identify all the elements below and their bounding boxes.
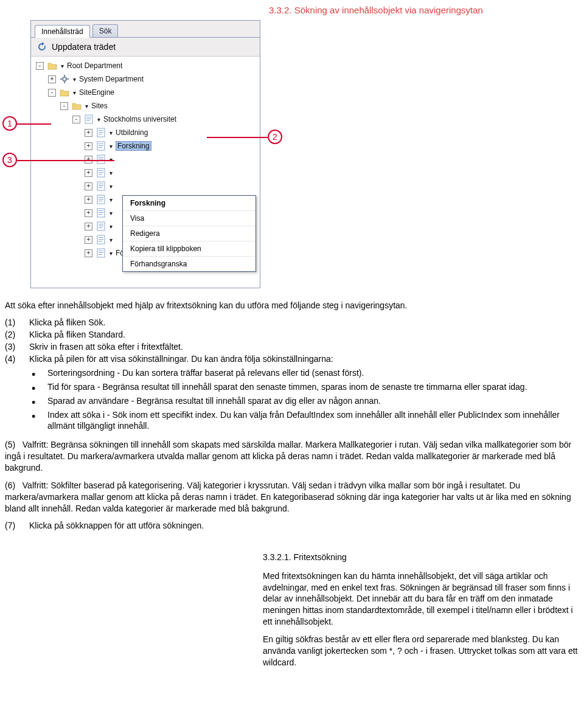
tree-expander[interactable]: + [85, 169, 92, 177]
step-6-text: Valfritt: Sökfilter baserad på kategoris… [5, 480, 571, 513]
chevron-down-icon[interactable]: ▾ [109, 250, 113, 257]
svg-rect-26 [99, 184, 103, 184]
tree-expander[interactable]: + [85, 249, 92, 257]
context-menu-view[interactable]: Visa [123, 211, 255, 226]
page-icon [96, 168, 106, 178]
svg-rect-14 [99, 144, 103, 144]
subsection: 3.3.2.1. Fritextsökning Med fritextsökni… [263, 552, 578, 668]
tree-node[interactable]: -▾Sites [33, 99, 260, 113]
step-6-num: (6) [5, 480, 15, 490]
callout-2: 2 [268, 130, 282, 144]
svg-rect-10 [99, 130, 103, 131]
svg-rect-31 [99, 199, 103, 199]
svg-rect-8 [86, 120, 90, 121]
svg-rect-7 [86, 119, 91, 119]
bullet-item: Sparad av användare - Begränsa resultat … [28, 395, 579, 407]
tree-expander[interactable]: - [60, 102, 68, 110]
tree-expander[interactable]: - [72, 116, 80, 123]
folder-icon [59, 88, 70, 97]
tree-node-label: Forskning [116, 141, 151, 151]
step-3-text: Skriv in frasen att söka efter i fritext… [29, 342, 579, 352]
step-5-num: (5) [5, 440, 15, 449]
chevron-down-icon[interactable]: ▾ [109, 143, 113, 150]
tree-expander[interactable]: - [36, 62, 44, 70]
chevron-down-icon[interactable]: ▾ [109, 223, 113, 230]
page-icon [83, 114, 94, 124]
tree-expander[interactable]: + [85, 142, 92, 150]
svg-rect-38 [99, 224, 103, 224]
context-menu-copy[interactable]: Kopiera till klippboken [123, 241, 255, 257]
tree-expander[interactable]: + [85, 156, 92, 164]
tree-node[interactable]: +▾Forskning [33, 139, 260, 153]
step-7: (7) Klicka på sökknappen för att utföra … [5, 521, 579, 530]
chevron-down-icon[interactable]: ▾ [109, 183, 113, 190]
page-icon [96, 154, 106, 164]
svg-rect-34 [99, 210, 103, 211]
step-4-text: Klicka på pilen för att visa sökinställn… [29, 354, 579, 364]
page-icon [96, 181, 106, 191]
tab-search[interactable]: Sök [92, 24, 119, 37]
chevron-down-icon[interactable]: ▾ [109, 156, 113, 163]
svg-rect-24 [99, 174, 102, 175]
chevron-down-icon[interactable]: ▾ [109, 196, 113, 203]
chevron-down-icon[interactable]: ▾ [109, 210, 113, 217]
tree-node[interactable]: -▾Stockholms universitet [33, 113, 260, 126]
subsection-p2: En giltig sökfras består av ett eller fl… [263, 634, 578, 668]
tree-expander[interactable]: + [85, 196, 92, 204]
tree-node[interactable]: +▾ [33, 166, 260, 179]
step-4: (4) Klicka på pilen för att visa sökinst… [5, 354, 579, 364]
step-2: (2) Klicka på fliken Standard. [5, 330, 579, 339]
chevron-down-icon[interactable]: ▾ [61, 63, 64, 69]
svg-rect-28 [99, 187, 102, 188]
tree-expander[interactable]: + [48, 75, 56, 83]
step-3: (3) Skriv in frasen att söka efter i fri… [5, 342, 579, 352]
tab-content-tree[interactable]: Innehållsträd [35, 25, 90, 38]
tree-view[interactable]: -▾Root Department+▾System Department-▾Si… [31, 57, 260, 288]
tree-node[interactable]: +▾System Department [33, 72, 260, 86]
context-menu-edit[interactable]: Redigera [123, 226, 255, 241]
tree-expander[interactable]: + [85, 236, 92, 244]
step-6: (6) Valfritt: Sökfilter baserad på kateg… [5, 480, 579, 515]
chevron-down-icon[interactable]: ▾ [73, 89, 76, 96]
tree-expander[interactable]: - [48, 89, 56, 97]
chevron-down-icon[interactable]: ▾ [109, 130, 113, 136]
svg-rect-18 [99, 157, 103, 158]
tab-bar: Innehållsträd Sök [31, 21, 260, 38]
chevron-down-icon[interactable]: ▾ [97, 116, 100, 123]
tree-node[interactable]: +▾ [33, 179, 260, 193]
tree-expander[interactable]: + [85, 182, 92, 190]
svg-rect-15 [99, 145, 103, 146]
callout-1: 1 [2, 116, 17, 131]
svg-rect-27 [99, 185, 103, 186]
callout-3-line [17, 160, 114, 161]
nav-panel: Innehållsträd Sök Uppdatera trädet -▾Roo… [30, 20, 260, 288]
chevron-down-icon[interactable]: ▾ [85, 103, 88, 109]
refresh-tree-button[interactable]: Uppdatera trädet [31, 38, 260, 57]
chevron-down-icon[interactable]: ▾ [109, 237, 113, 243]
step-7-num: (7) [5, 521, 29, 530]
step-2-text: Klicka på fliken Standard. [29, 330, 579, 339]
folder-icon [47, 61, 58, 71]
page-icon [96, 235, 106, 244]
refresh-icon [36, 41, 48, 53]
svg-rect-35 [99, 212, 103, 213]
chevron-down-icon[interactable]: ▾ [109, 170, 113, 176]
svg-rect-23 [99, 172, 103, 173]
svg-rect-12 [99, 134, 102, 134]
tree-expander[interactable]: + [85, 129, 92, 137]
step-5: (5) Valfritt: Begränsa sökningen till in… [5, 439, 579, 474]
svg-rect-43 [99, 239, 103, 240]
svg-rect-16 [99, 147, 102, 148]
context-menu-preview[interactable]: Förhandsgranska [123, 257, 255, 271]
chevron-down-icon[interactable]: ▾ [73, 76, 76, 83]
svg-rect-44 [99, 241, 102, 241]
subsection-title: 3.3.2.1. Fritextsökning [263, 552, 578, 562]
tree-expander[interactable]: + [85, 209, 92, 217]
tree-node[interactable]: -▾Root Department [33, 59, 260, 72]
step-7-text: Klicka på sökknappen för att utföra sökn… [29, 521, 579, 530]
page-icon [96, 195, 106, 204]
tree-node[interactable]: +▾ [33, 153, 260, 166]
svg-point-0 [63, 77, 66, 81]
tree-node[interactable]: -▾SiteEngine [33, 86, 260, 99]
tree-expander[interactable]: + [85, 223, 92, 231]
